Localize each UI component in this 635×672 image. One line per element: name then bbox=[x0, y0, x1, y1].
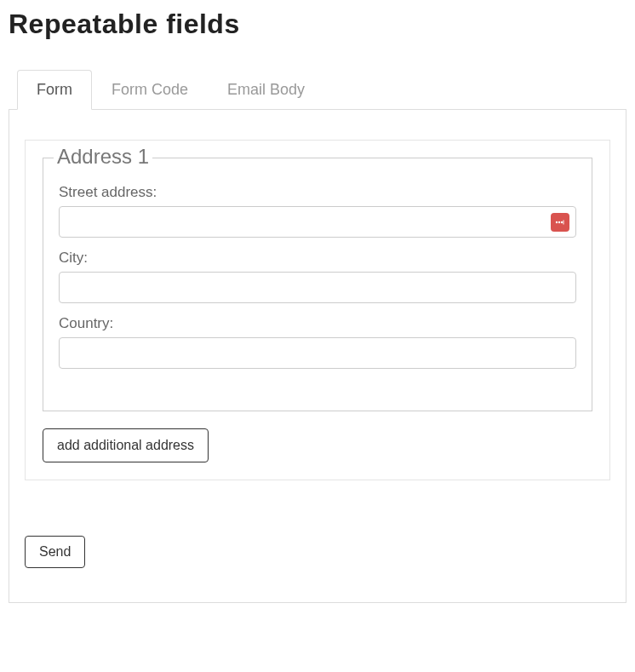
form-group-city: City: bbox=[59, 250, 576, 303]
add-address-button[interactable]: add additional address bbox=[43, 428, 209, 462]
tab-form[interactable]: Form bbox=[17, 70, 92, 110]
tab-email-body[interactable]: Email Body bbox=[208, 70, 324, 109]
tab-content: Address 1 Street address: bbox=[9, 109, 626, 603]
send-button[interactable]: Send bbox=[25, 536, 85, 568]
dots-icon bbox=[554, 216, 566, 228]
page-title: Repeatable fields bbox=[9, 9, 626, 40]
country-input[interactable] bbox=[59, 337, 576, 369]
form-group-country: Country: bbox=[59, 315, 576, 369]
street-label: Street address: bbox=[59, 184, 576, 201]
svg-rect-3 bbox=[563, 220, 564, 224]
svg-point-0 bbox=[556, 221, 558, 222]
address-fieldset: Address 1 Street address: bbox=[43, 158, 592, 411]
street-input-wrapper bbox=[59, 206, 576, 238]
tab-form-code[interactable]: Form Code bbox=[92, 70, 208, 109]
city-input[interactable] bbox=[59, 272, 576, 303]
fieldset-legend: Address 1 bbox=[54, 145, 152, 169]
form-card: Address 1 Street address: bbox=[25, 140, 610, 480]
tabs-list: Form Form Code Email Body bbox=[17, 70, 626, 109]
form-group-street: Street address: bbox=[59, 184, 576, 238]
tabs-container: Form Form Code Email Body Address 1 Stre… bbox=[9, 70, 626, 603]
svg-point-2 bbox=[561, 221, 563, 222]
password-manager-icon[interactable] bbox=[551, 213, 569, 232]
svg-point-1 bbox=[558, 221, 560, 222]
city-label: City: bbox=[59, 250, 576, 267]
country-label: Country: bbox=[59, 315, 576, 332]
street-input[interactable] bbox=[59, 206, 576, 238]
